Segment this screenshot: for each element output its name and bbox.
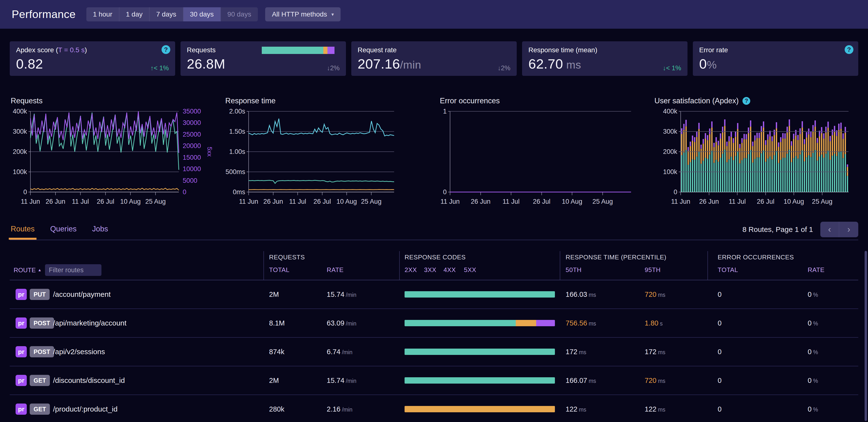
table-row[interactable]: prPOST/api/v2/sessions874k6.74/min172ms1…: [10, 338, 858, 366]
response-time-95th: 720ms: [645, 377, 665, 385]
rate-unit: /min: [346, 292, 356, 298]
column-header-codes-3xx[interactable]: 3XX: [424, 266, 436, 274]
route-column-header: ROUTE ▲: [13, 264, 101, 276]
column-header-codes-5xx[interactable]: 5XX: [464, 266, 476, 274]
svg-text:10 Aug: 10 Aug: [562, 198, 582, 205]
column-header-rt-95th[interactable]: 95TH: [645, 266, 661, 274]
table-row[interactable]: prGET/discounts/discount_id2M15.74/min16…: [10, 366, 858, 395]
rate-unit: /min: [342, 349, 352, 355]
table-row[interactable]: prPOST/api/marketing/account8.1M63.09/mi…: [10, 309, 858, 338]
error-rate-unit: %: [813, 407, 818, 413]
kpi-label-part: T = 0.5 s: [58, 46, 85, 54]
method-badge: POST: [30, 318, 54, 329]
kpi-card-2: Request rate207.16/min↓2%: [351, 41, 517, 76]
kpi-label-part: Apdex score (: [16, 46, 58, 54]
tab-jobs[interactable]: Jobs: [91, 221, 109, 240]
http-methods-label: All HTTP methods: [272, 10, 327, 18]
help-icon[interactable]: ?: [161, 45, 170, 54]
codes-segment-purple: [536, 320, 555, 326]
time-range-1-day[interactable]: 1 day: [119, 7, 150, 22]
chart-requests: Requests0100k200k300k400k050001000015000…: [10, 96, 224, 208]
table-body: prPUT/account/payment2M15.74/min166.03ms…: [10, 280, 858, 422]
route-path[interactable]: /api/marketing/account: [53, 319, 126, 327]
column-group-rt: RESPONSE TIME (PERCENTILE): [566, 254, 666, 261]
route-path[interactable]: /discounts/discount_id: [53, 376, 125, 385]
help-icon[interactable]: ?: [742, 97, 750, 105]
time-range-7-days[interactable]: 7 days: [150, 7, 183, 22]
column-header-err-rate[interactable]: RATE: [808, 266, 825, 274]
chevron-right-icon: ›: [847, 224, 850, 234]
chevron-down-icon: ▾: [331, 11, 334, 17]
next-page-button[interactable]: ›: [839, 222, 858, 237]
p95-unit: ms: [658, 407, 665, 413]
column-group-divider: [560, 251, 560, 280]
p50-unit: ms: [589, 378, 596, 384]
svg-text:0: 0: [674, 188, 677, 196]
kpi-value: 26.8M: [187, 56, 340, 72]
time-range-1-hour[interactable]: 1 hour: [86, 7, 119, 22]
column-header-rt-50th[interactable]: 50TH: [566, 266, 582, 274]
chart-title-text: Response time: [225, 97, 276, 105]
svg-text:0ms: 0ms: [233, 188, 245, 196]
error-rate-value: 0: [808, 348, 812, 356]
p50-value: 122: [566, 405, 577, 413]
prev-page-button[interactable]: ‹: [820, 222, 839, 237]
route-column-label[interactable]: ROUTE: [13, 266, 36, 274]
method-badge: PUT: [30, 289, 50, 300]
error-rate-value: 0: [808, 319, 812, 327]
tab-routes[interactable]: Routes: [10, 221, 35, 240]
kpi-card-3: Response time (mean)62.70 ms↓< 1%: [522, 41, 687, 76]
column-group-divider: [264, 251, 264, 280]
p50-unit: ms: [579, 407, 586, 413]
svg-text:0: 0: [443, 188, 447, 196]
column-header-codes-4xx[interactable]: 4XX: [443, 266, 456, 274]
column-header-err-total[interactable]: TOTAL: [718, 266, 738, 274]
codes-segment-teal: [405, 377, 555, 384]
route-path[interactable]: /account/payment: [53, 290, 111, 298]
tab-queries[interactable]: Queries: [49, 221, 78, 240]
response-time-50th: 122ms: [566, 405, 586, 413]
kpi-label: Response time (mean): [528, 46, 681, 54]
method-badge: GET: [30, 403, 50, 415]
svg-text:200k: 200k: [13, 148, 27, 155]
p50-value: 756.56: [566, 319, 587, 327]
route-path[interactable]: /product/:product_id: [53, 405, 118, 413]
rate-value: 63.09: [327, 319, 344, 327]
requests-total: 874k: [269, 348, 284, 356]
table-row[interactable]: prPUT/account/payment2M15.74/min166.03ms…: [10, 280, 858, 309]
svg-text:300k: 300k: [13, 128, 27, 135]
kpi-unit: ms: [563, 59, 581, 71]
route-path[interactable]: /api/v2/sessions: [53, 348, 105, 356]
kpi-value: 62.70 ms: [528, 56, 681, 72]
column-header-requests-total[interactable]: TOTAL: [269, 266, 289, 274]
svg-text:10 Aug: 10 Aug: [120, 198, 141, 205]
http-methods-dropdown[interactable]: All HTTP methods ▾: [265, 7, 341, 22]
column-header-codes-2xx[interactable]: 2XX: [405, 266, 417, 274]
kpi-label-part: Error rate: [699, 46, 728, 54]
time-range-90-days[interactable]: 90 days: [221, 7, 258, 22]
requests-total: 280k: [269, 405, 284, 413]
kpi-label-part: Request rate: [358, 46, 397, 54]
svg-text:25 Aug: 25 Aug: [145, 198, 166, 205]
table-row[interactable]: prGET/product/:product_id280k2.16/min122…: [10, 395, 858, 422]
svg-text:26 Jun: 26 Jun: [264, 198, 283, 205]
series-mean: [249, 190, 394, 190]
svg-text:1.50s: 1.50s: [229, 128, 245, 135]
help-icon[interactable]: ?: [845, 45, 854, 54]
response-time-95th: 720ms: [645, 291, 665, 298]
scrollbar-thumb[interactable]: [865, 251, 867, 421]
route-filter-input[interactable]: [45, 264, 101, 276]
page-title: Performance: [12, 8, 76, 21]
pagination-buttons: ‹ ›: [820, 222, 858, 237]
top-header: Performance 1 hour1 day7 days30 days90 d…: [0, 0, 868, 29]
chart-title: Error occurrences: [440, 96, 653, 106]
rate-unit: /min: [346, 378, 356, 384]
error-rate: 0%: [808, 319, 818, 327]
rate-value: 2.16: [327, 405, 340, 413]
time-range-30-days[interactable]: 30 days: [183, 7, 221, 22]
chart-title: Requests: [11, 96, 224, 106]
requests-total: 2M: [269, 377, 279, 385]
kpi-response-codes-minibar: [262, 47, 340, 54]
series-90th-percentile: [249, 181, 394, 183]
column-header-requests-rate[interactable]: RATE: [327, 266, 343, 274]
